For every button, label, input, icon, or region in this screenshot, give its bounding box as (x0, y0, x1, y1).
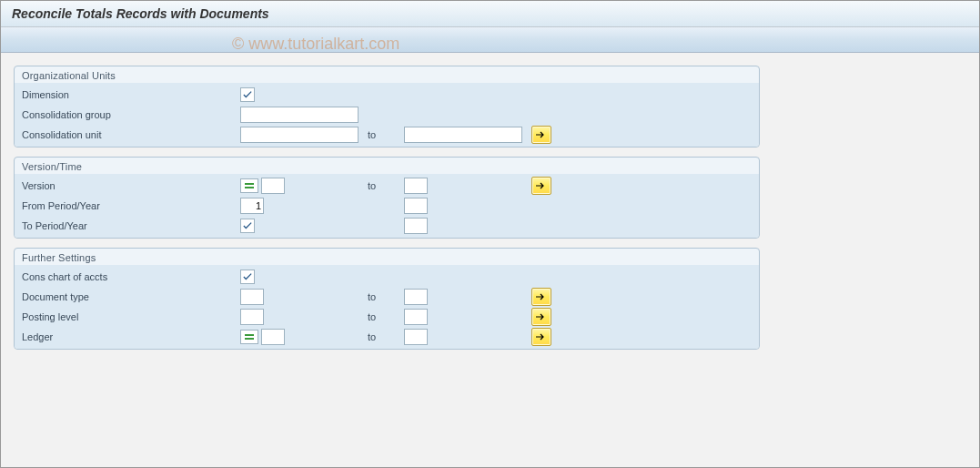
svg-rect-3 (245, 338, 254, 340)
version-multiselect-button[interactable] (531, 177, 551, 195)
page-title: Reconcile Totals Records with Documents (1, 1, 979, 27)
form-fs: Cons chart of accts Document type to (15, 265, 759, 349)
dimension-status-icon (240, 87, 255, 102)
group-title-org: Organizational Units (15, 66, 759, 83)
window: Reconcile Totals Records with Documents … (0, 0, 980, 468)
group-title-fs: Further Settings (15, 249, 759, 265)
group-further-settings: Further Settings Cons chart of accts Doc… (14, 248, 760, 350)
postlevel-to-label: to (368, 311, 404, 322)
ledger-label: Ledger (22, 331, 240, 342)
to-period-label: To Period/Year (22, 220, 240, 231)
postlevel-multiselect-button[interactable] (531, 308, 551, 326)
version-to-input[interactable] (404, 178, 428, 194)
doctype-multiselect-button[interactable] (531, 288, 551, 306)
content-area: Organizational Units Dimension Consolida… (1, 53, 979, 350)
svg-rect-1 (245, 187, 254, 188)
consunit-from-input[interactable] (240, 127, 359, 143)
ledger-to-input[interactable] (404, 329, 428, 345)
version-label: Version (22, 180, 240, 191)
chart-status-icon (240, 270, 255, 284)
consunit-label: Consolidation unit (22, 129, 240, 140)
from-year-input[interactable] (404, 198, 428, 214)
form-vt: Version to (15, 174, 759, 238)
ledger-multiselect-button[interactable] (531, 328, 551, 346)
toolbar (1, 27, 979, 53)
ledger-from-input[interactable] (261, 329, 285, 345)
group-title-vt: Version/Time (15, 158, 759, 174)
svg-rect-2 (245, 334, 254, 336)
consgroup-label: Consolidation group (22, 109, 240, 120)
doctype-from-input[interactable] (240, 289, 264, 305)
version-from-input[interactable] (261, 178, 285, 194)
consgroup-input[interactable] (240, 107, 359, 123)
to-period-status-icon (240, 219, 255, 233)
dimension-label: Dimension (22, 89, 240, 100)
ledger-option-button[interactable] (240, 330, 258, 344)
version-to-label: to (368, 180, 404, 191)
form-org: Dimension Consolidation group Consolidat… (15, 83, 759, 147)
postlevel-label: Posting level (22, 311, 240, 322)
doctype-to-input[interactable] (404, 289, 428, 305)
svg-rect-0 (245, 183, 254, 185)
group-organizational-units: Organizational Units Dimension Consolida… (14, 66, 760, 148)
doctype-to-label: to (368, 291, 404, 302)
chart-label: Cons chart of accts (22, 271, 240, 282)
consunit-to-input[interactable] (404, 127, 522, 143)
doctype-label: Document type (22, 291, 240, 302)
postlevel-from-input[interactable] (240, 309, 264, 325)
postlevel-to-input[interactable] (404, 309, 428, 325)
consunit-multiselect-button[interactable] (531, 126, 551, 144)
from-period-input[interactable] (240, 198, 264, 214)
consunit-to-label: to (368, 129, 404, 140)
from-period-label: From Period/Year (22, 200, 240, 211)
ledger-to-label: to (368, 331, 404, 342)
group-version-time: Version/Time Version to (14, 157, 760, 239)
to-year-input[interactable] (404, 218, 428, 234)
version-option-button[interactable] (240, 178, 258, 193)
